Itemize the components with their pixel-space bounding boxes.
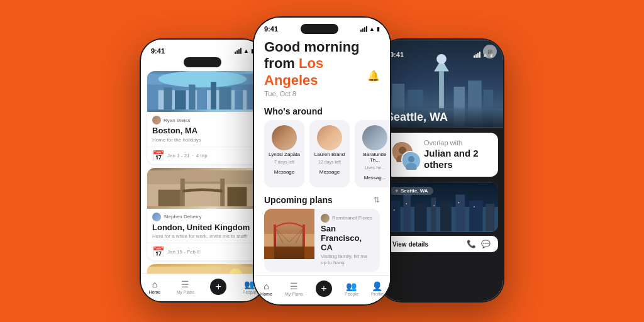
svg-rect-6 xyxy=(189,85,196,110)
london-destination: London, United Kingdom xyxy=(152,223,253,233)
center-wifi-icon: ▲ xyxy=(369,26,375,32)
view-details-text[interactable]: View details xyxy=(392,241,428,248)
sort-icon[interactable]: ⇅ xyxy=(374,196,380,204)
others-avatar xyxy=(401,151,419,169)
right-phone: 9:41 ▲ ▮ ⊞ xyxy=(379,38,504,303)
svg-rect-62 xyxy=(456,194,465,231)
nav-people-center[interactable]: 👥 People xyxy=(345,281,358,296)
person-lyndsi[interactable]: Lyndsi Zapata 7 days left Message xyxy=(264,120,304,187)
svg-rect-16 xyxy=(158,189,180,206)
london-image xyxy=(147,168,258,209)
center-profile-icon: 👤 xyxy=(372,281,382,291)
left-status-icons: ▲ ▮ xyxy=(235,48,254,54)
svg-rect-17 xyxy=(228,187,247,206)
trip-card-london[interactable]: Stephen Deberry London, United Kingdom H… xyxy=(147,168,258,261)
view-details-icons: 📞 💬 xyxy=(467,240,491,248)
baratunde-message-btn[interactable]: Messag... xyxy=(358,173,390,182)
svg-rect-30 xyxy=(274,225,276,259)
center-plans-label: My Plans xyxy=(285,292,303,296)
svg-point-53 xyxy=(408,156,414,162)
add-button-center[interactable]: + xyxy=(316,280,332,297)
right-top-button[interactable]: ⊞ xyxy=(483,45,497,58)
seattle-title: Seattle, WA xyxy=(386,111,497,124)
person-baratunde[interactable]: Baratunde Th... Lives he... Messag... xyxy=(355,120,390,187)
center-battery-icon: ▮ xyxy=(377,26,380,32)
center-people-icon: 👥 xyxy=(346,281,357,291)
svg-point-69 xyxy=(474,206,475,208)
phone-icon[interactable]: 📞 xyxy=(467,240,476,248)
home-icon: ⌂ xyxy=(152,279,157,289)
svg-rect-40 xyxy=(439,71,444,108)
center-status-time: 9:41 xyxy=(264,25,278,33)
svg-rect-14 xyxy=(220,179,225,206)
left-phone: 9:41 ▲ ▮ xyxy=(140,38,265,303)
right-status-time: 9:41 xyxy=(390,51,404,58)
svg-rect-5 xyxy=(175,90,186,109)
baratunde-days: Lives he... xyxy=(365,165,385,170)
svg-point-67 xyxy=(433,205,435,206)
nav-my-plans-center[interactable]: ☰ My Plans xyxy=(285,281,303,296)
city-tag: ✈ Seattle, WA xyxy=(390,187,433,195)
center-home-icon: ⌂ xyxy=(264,281,269,291)
person-lauren[interactable]: Lauren Brand 12 days left Message xyxy=(309,120,350,187)
baratunde-name: Baratunde Th... xyxy=(358,152,390,164)
nav-my-plans-left[interactable]: ☰ My Plans xyxy=(176,279,194,294)
nav-plans-label: My Plans xyxy=(176,290,194,294)
boston-description: Home for the holidays xyxy=(152,137,253,143)
lyndsi-message-btn[interactable]: Message xyxy=(268,167,301,177)
svg-rect-4 xyxy=(164,87,172,109)
rembrandt-avatar xyxy=(321,214,330,223)
nav-home-left[interactable]: ⌂ Home xyxy=(149,279,161,294)
center-phone-screen: 9:41 ▲ ▮ xyxy=(254,18,390,304)
upcoming-section: Upcoming plans ⇅ xyxy=(254,187,390,272)
left-dynamic-island xyxy=(184,57,221,67)
svg-rect-15 xyxy=(185,181,220,184)
center-status-icons: ▲ ▮ xyxy=(360,26,380,32)
right-city-card[interactable]: ✈ Seattle, WA xyxy=(385,182,498,232)
nav-home-label: Home xyxy=(149,290,161,294)
add-button-left[interactable]: + xyxy=(210,279,226,295)
center-home-label: Home xyxy=(260,292,272,296)
lauren-avatar-img xyxy=(317,125,342,150)
lyndsi-avatar-img xyxy=(272,125,297,150)
svg-rect-8 xyxy=(211,82,216,109)
svg-point-68 xyxy=(458,202,459,203)
overlap-names: Julian and 2 others xyxy=(424,148,492,170)
sf-description: Visiting family, hit me up to hang xyxy=(321,253,374,267)
lyndsi-days: 7 days left xyxy=(274,160,294,164)
boston-image xyxy=(147,71,258,112)
boston-trip-count: · xyxy=(192,153,194,158)
rembrandt-name: Rembrandt Flores xyxy=(332,215,372,221)
chat-icon[interactable]: 💬 xyxy=(481,240,491,248)
svg-rect-64 xyxy=(486,204,494,231)
boston-dates-text: Jan 1 - 21 xyxy=(167,153,190,158)
ryan-name: Ryan Weiss xyxy=(164,118,191,123)
svg-point-2 xyxy=(158,71,247,87)
overlap-card[interactable]: Overlap with Julian and 2 others xyxy=(385,133,498,177)
wifi-icon: ▲ xyxy=(243,48,249,54)
nav-home-center[interactable]: ⌂ Home xyxy=(260,281,272,296)
baratunde-avatar xyxy=(362,125,387,150)
center-status-bar: 9:41 ▲ ▮ xyxy=(254,18,390,35)
center-people-label: People xyxy=(345,292,358,296)
lyndsi-name: Lyndsi Zapata xyxy=(269,152,300,158)
baratunde-avatar-img xyxy=(362,125,387,150)
left-phone-screen: 9:41 ▲ ▮ xyxy=(141,40,264,301)
trip-card-boston[interactable]: Ryan Weiss Boston, MA Home for the holid… xyxy=(147,71,258,164)
sf-plan-card[interactable]: Rembrandt Flores San Francisco, CA Visit… xyxy=(264,209,380,272)
london-dates: 📅 Jan 15 - Feb 8 xyxy=(147,243,258,260)
whos-around-title: Who's around xyxy=(254,103,390,120)
overlap-avatars xyxy=(391,141,419,169)
grid-icon: ⊞ xyxy=(487,48,492,55)
city-tag-text: Seattle, WA xyxy=(401,188,428,194)
svg-rect-9 xyxy=(219,87,231,109)
greeting-date: Tue, Oct 8 xyxy=(264,90,380,97)
lauren-message-btn[interactable]: Message xyxy=(313,167,346,177)
svg-line-35 xyxy=(275,228,283,243)
greeting-text: Good morning from Los Angeles xyxy=(264,39,380,89)
notification-bell-icon[interactable]: 🔔 xyxy=(367,70,380,82)
phones-container: 9:41 ▲ ▮ xyxy=(140,10,504,312)
nav-profile-center[interactable]: 👤 Profile xyxy=(371,281,384,296)
lauren-name: Lauren Brand xyxy=(314,152,345,158)
view-details-bar[interactable]: View details 📞 💬 xyxy=(385,236,498,252)
